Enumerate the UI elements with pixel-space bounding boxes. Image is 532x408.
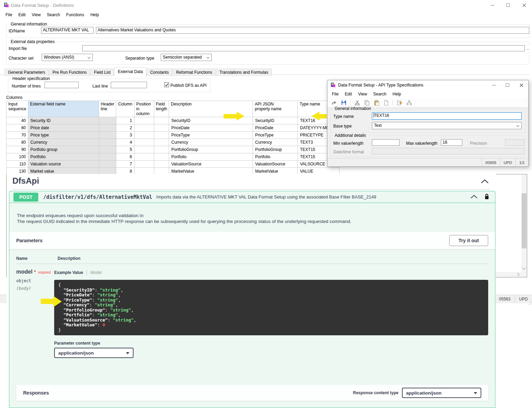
- scrollbar-thumb[interactable]: [522, 193, 526, 248]
- separation-type-select[interactable]: Semicolon separated: [161, 54, 212, 61]
- column-header[interactable]: API JSON property name: [253, 101, 298, 117]
- table-row[interactable]: 70Price type3PriceTypePriceTypePRICETYPE: [7, 132, 339, 139]
- table-row[interactable]: 110Valuation source7ValuationSourceValua…: [7, 161, 339, 168]
- menu-item[interactable]: Functions: [63, 11, 87, 19]
- status-cell: 00905: [482, 159, 500, 166]
- character-set-select[interactable]: Windows (ANSI): [42, 54, 93, 61]
- horizontal-scrollbar[interactable]: [494, 272, 527, 277]
- menu-item[interactable]: Search: [44, 11, 63, 19]
- forward-icon[interactable]: [330, 99, 338, 106]
- table-cell: 6: [116, 153, 134, 161]
- column-header[interactable]: Input sequence: [7, 101, 28, 117]
- tab-translations-and-formulas[interactable]: Translations and Formulas: [216, 69, 272, 76]
- import-file-input[interactable]: [82, 45, 525, 51]
- menu-item[interactable]: Edit: [15, 11, 29, 19]
- min-value-input[interactable]: [372, 139, 400, 146]
- column-header[interactable]: Column: [116, 101, 134, 117]
- tab-pre-run-functions[interactable]: Pre Run Functions: [49, 69, 90, 76]
- id-field[interactable]: ALTERNATIVE MKT VAL: [41, 27, 93, 34]
- minimize-button[interactable]: [484, 0, 500, 10]
- menu-item[interactable]: Edit: [342, 90, 355, 98]
- copy-icon[interactable]: [363, 99, 371, 106]
- columns-label: Columns: [6, 95, 22, 100]
- tab-model[interactable]: Model: [90, 270, 102, 275]
- try-it-out-button[interactable]: Try it out: [449, 235, 488, 246]
- table-cell: 5: [116, 146, 134, 153]
- table-row[interactable]: 90Portfolio group5PortfolioGroupPortfoli…: [7, 146, 339, 153]
- menu-item[interactable]: File: [329, 90, 342, 98]
- name-field[interactable]: Alternatives Market Valuations and Quote…: [96, 27, 529, 34]
- tab-general-parameters[interactable]: General Parameters: [4, 69, 49, 76]
- tab-constants[interactable]: Constants: [147, 69, 172, 76]
- menu-item[interactable]: Search: [370, 90, 390, 98]
- edit-form-icon[interactable]: [396, 99, 403, 106]
- close-button[interactable]: [516, 0, 532, 10]
- operation-collapse-icon[interactable]: [470, 194, 478, 200]
- lock-icon[interactable]: [484, 193, 490, 201]
- column-header[interactable]: External field name: [28, 101, 99, 117]
- example-json-code[interactable]: { "SecurityID": "string", "PriceDate": "…: [54, 280, 488, 335]
- table-cell: Security ID: [28, 117, 99, 124]
- table-cell: PriceDate: [169, 124, 253, 132]
- table-row[interactable]: 40Security ID1SecurityIDSecurityIDTEXT16: [7, 117, 339, 124]
- structure-icon[interactable]: [405, 99, 413, 106]
- endpoint-path: /disfilter/v1/dfs/AlternativeMktVal: [43, 194, 152, 200]
- base-type-select[interactable]: Text: [372, 122, 522, 129]
- table-cell: 90: [7, 146, 28, 153]
- publish-dfs-checkbox[interactable]: [164, 82, 169, 87]
- paste-icon[interactable]: [373, 99, 380, 106]
- parameter-content-type-select[interactable]: application/json: [54, 348, 134, 358]
- table-row[interactable]: 80Currency4CurrencyCurrencyTEXT3: [7, 139, 339, 146]
- operation-summary[interactable]: POST /disfilter/v1/dfs/AlternativeMktVal…: [9, 191, 495, 203]
- menu-item[interactable]: Help: [87, 11, 102, 19]
- table-cell: PortfolioGroup: [253, 146, 298, 153]
- column-header[interactable]: Header line: [99, 101, 116, 117]
- maximize-button[interactable]: [500, 0, 516, 10]
- publish-dfs-label: Publish DFS as API: [170, 83, 207, 88]
- tab-field-list[interactable]: Field List: [90, 69, 114, 76]
- tab-reformat-functions[interactable]: Reformat Functions: [173, 69, 216, 76]
- close-button[interactable]: [514, 80, 528, 90]
- menu-item[interactable]: File: [2, 11, 15, 19]
- tab-example-value[interactable]: Example Value: [54, 270, 83, 275]
- tab-external-data[interactable]: External Data: [114, 67, 146, 76]
- general-information-group: General information ID/Name ALTERNATIVE …: [6, 24, 529, 38]
- parameter-content-type-label: Parameter content type: [54, 341, 488, 346]
- table-cell: [99, 153, 116, 161]
- browse-button[interactable]: ...: [525, 45, 530, 51]
- menu-item[interactable]: View: [355, 90, 370, 98]
- vertical-scrollbar[interactable]: [521, 174, 527, 272]
- max-value-label: Max value/length: [406, 141, 437, 146]
- table-cell: [99, 139, 116, 146]
- save-icon[interactable]: [340, 99, 347, 106]
- scroll-down-icon[interactable]: [522, 266, 526, 270]
- column-header[interactable]: Position in column: [134, 101, 154, 117]
- max-value-input[interactable]: 16: [441, 139, 462, 146]
- cut-icon[interactable]: [353, 99, 361, 106]
- section-collapse-icon[interactable]: [481, 179, 489, 185]
- checkmark-icon: [165, 83, 169, 87]
- chevron-down-icon: [474, 392, 477, 394]
- new-document-icon[interactable]: [382, 99, 390, 106]
- maximize-button[interactable]: [501, 80, 514, 90]
- type-name-input[interactable]: TEXT16: [372, 112, 522, 120]
- number-of-lines-input[interactable]: [45, 82, 79, 88]
- column-header[interactable]: Field length: [154, 101, 169, 117]
- scroll-right-icon[interactable]: [516, 273, 520, 276]
- minimize-button[interactable]: [487, 80, 501, 90]
- datetime-format-input: [372, 148, 524, 154]
- table-row[interactable]: 100Portfolio6PortfolioPortfolioTEXT15: [7, 153, 339, 161]
- table-row[interactable]: 60Price date2PriceDatePriceDateDATEYYYY-…: [7, 124, 339, 132]
- menu-item[interactable]: View: [29, 11, 44, 19]
- response-content-type-select[interactable]: application/json: [402, 388, 481, 398]
- status-cell: UPD: [500, 159, 515, 166]
- menu-item[interactable]: Help: [390, 90, 404, 98]
- table-cell: [99, 117, 116, 124]
- parameter-row: model * required object (body) Example V…: [16, 269, 488, 358]
- resize-grip[interactable]: [529, 300, 532, 307]
- parameter-description-cell: Example Value Model { "SecurityID": "str…: [54, 269, 488, 358]
- table-cell: SecurityID: [253, 117, 298, 124]
- table-cell: [99, 132, 116, 139]
- table-cell: [134, 132, 154, 139]
- last-line-input[interactable]: [111, 82, 147, 88]
